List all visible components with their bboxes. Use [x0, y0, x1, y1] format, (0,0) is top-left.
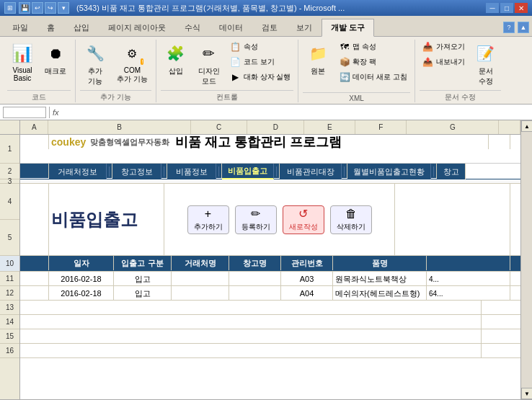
col-header-g[interactable]: G	[407, 120, 499, 134]
help-icon[interactable]: ?	[503, 22, 515, 33]
cell-vendor-12[interactable]	[172, 286, 229, 301]
col-header-d[interactable]: D	[247, 120, 304, 134]
table-row-12[interactable]: 2016-02-18 입고 A04 메쉬의자(헤드레스트형) 64...	[20, 286, 520, 301]
view-code-button[interactable]: 📄 코드 보기	[227, 55, 294, 69]
cell-date-12[interactable]: 2016-02-18	[49, 286, 114, 301]
cell-empty4	[395, 184, 510, 256]
addins-group-label: 추가 기능	[80, 90, 151, 102]
scroll-bar-right[interactable]: ▲ ▼	[520, 120, 532, 399]
nav-div5: |	[342, 164, 347, 178]
tab-formulas[interactable]: 수식	[175, 19, 210, 36]
properties-icon: 📋	[230, 41, 241, 53]
export-icon: 📤	[422, 56, 434, 68]
visual-basic-button[interactable]: 📊 VisualBasic	[7, 40, 37, 84]
scroll-down-button[interactable]: ▼	[521, 388, 532, 399]
nav-monthly[interactable]: 월별비품입출고현황	[347, 164, 431, 179]
fx-label: fx	[53, 108, 59, 117]
map-properties-button[interactable]: 🗺 맵 속성	[336, 40, 410, 54]
table-row-14	[20, 315, 520, 329]
cell-13	[20, 301, 482, 315]
redo-icon[interactable]: ↪	[45, 2, 56, 14]
register-button[interactable]: ✏ 등록하기	[235, 205, 277, 234]
cell-more-11[interactable]: 4...	[427, 272, 510, 286]
xml-group-items: 📁 원본 🗺 맵 속성 📦 확장 팩 🔄 데이터 새로 고침	[303, 40, 410, 91]
doc-modify-button[interactable]: 📝 문서수정	[471, 40, 501, 89]
window-title: (5343) 비품 재고 통합관리 프로그램(거래처별, 품목별, 창고별) -…	[76, 3, 345, 14]
header-more	[427, 256, 510, 270]
cell-ref-11[interactable]: A03	[281, 272, 333, 286]
register-label: 등록하기	[241, 222, 270, 232]
scroll-up-button[interactable]: ▲	[521, 120, 532, 132]
nav-warehouse[interactable]: 창고정보	[112, 164, 161, 179]
tab-home[interactable]: 홈	[37, 19, 64, 36]
cell-name-12[interactable]: 메쉬의자(헤드레스트형)	[333, 286, 427, 301]
nav-vendor[interactable]: 거래처정보	[49, 164, 107, 179]
refresh-data-button[interactable]: 🔄 데이터 새로 고침	[336, 70, 410, 84]
expand-pane-button[interactable]: 📦 확장 팩	[336, 55, 410, 69]
header-type: 입출고 구분	[114, 256, 172, 270]
dialog-run-button[interactable]: ▶ 대화 상자 실행	[227, 70, 294, 84]
formula-input[interactable]	[62, 108, 529, 117]
properties-label: 속성	[244, 42, 258, 52]
tab-data[interactable]: 데이터	[210, 19, 252, 36]
tab-review[interactable]: 검토	[252, 19, 287, 36]
xml-source-button[interactable]: 📁 원본	[303, 40, 333, 79]
expand-pane-icon: 📦	[339, 56, 350, 68]
addins-button[interactable]: 🔧 추가기능	[80, 40, 110, 89]
cell-type-12[interactable]: 입고	[114, 286, 172, 301]
cell-warehouse-12[interactable]	[229, 286, 281, 301]
design-mode-button[interactable]: ✏ 디자인모드	[194, 40, 224, 89]
properties-button[interactable]: 📋 속성	[227, 40, 294, 54]
nav-warehouse2[interactable]: 창고	[437, 164, 466, 179]
new-button[interactable]: ↺ 새로작성	[283, 205, 324, 234]
table-row-15	[20, 329, 520, 344]
minimize-button[interactable]: ─	[486, 3, 499, 13]
save-quick-icon[interactable]: 💾	[19, 2, 30, 14]
nav-inout[interactable]: 비품입출고	[222, 164, 274, 179]
insert-control-button[interactable]: 🧩 삽입	[161, 40, 191, 79]
cell-type-11[interactable]: 입고	[114, 272, 172, 286]
cell-more-12[interactable]: 64...	[427, 286, 510, 301]
table-row-11[interactable]: 2016-02-18 입고 A03 원목좌식노트북책상 4...	[20, 272, 520, 286]
name-box[interactable]	[3, 107, 46, 118]
tab-file[interactable]: 파일	[3, 19, 37, 36]
com-addins-button[interactable]: ⚙ ! COM추가 기능	[113, 40, 151, 86]
nav-item[interactable]: 비품정보	[167, 164, 216, 179]
col-header-c[interactable]: C	[191, 120, 248, 134]
col-header-e[interactable]: E	[304, 120, 355, 134]
cell-15	[20, 329, 482, 344]
insert-control-label: 삽입	[169, 66, 183, 76]
spreadsheet-container: 1 2 3 4 5 10 11 12 13 14 15 16 A B C D E…	[0, 120, 532, 399]
xml-col: 🗺 맵 속성 📦 확장 팩 🔄 데이터 새로 고침	[336, 40, 410, 84]
row-header-15: 15	[0, 329, 19, 344]
row-header-10[interactable]: 10	[0, 256, 19, 272]
col-header-h[interactable]	[499, 120, 520, 134]
delete-button[interactable]: 🗑 삭제하기	[330, 205, 372, 234]
undo-icon[interactable]: ↩	[32, 2, 43, 14]
macro-button[interactable]: ⏺ 매크로	[40, 40, 71, 79]
ribbon-toggle-icon[interactable]: ▲	[518, 22, 529, 33]
add-button[interactable]: + 추가하기	[187, 205, 229, 234]
nav-ledger[interactable]: 비품관리대장	[280, 164, 342, 179]
tab-developer[interactable]: 개발 도구	[322, 19, 374, 37]
cell-name-11[interactable]: 원목좌식노트북책상	[333, 272, 427, 286]
cell-vendor-11[interactable]	[172, 272, 229, 286]
cell-ref-12[interactable]: A04	[281, 286, 333, 301]
more-icon[interactable]: ▾	[58, 2, 69, 14]
tab-view[interactable]: 보기	[287, 19, 322, 36]
cell-warehouse-11[interactable]	[229, 272, 281, 286]
tab-insert[interactable]: 삽입	[64, 19, 99, 36]
doc-modify-icon: 📝	[474, 42, 497, 65]
col-header-a[interactable]: A	[20, 120, 48, 134]
export-button[interactable]: 📤 내보내기	[420, 55, 468, 69]
col-header-f[interactable]: F	[355, 120, 407, 134]
expand-pane-label: 확장 팩	[353, 57, 376, 67]
maximize-button[interactable]: □	[500, 3, 513, 13]
xml-source-icon: 📁	[306, 42, 329, 65]
cell-date-11[interactable]: 2016-02-18	[49, 272, 114, 286]
tab-page-layout[interactable]: 페이지 레이아웃	[99, 19, 175, 36]
close-button[interactable]: ✕	[515, 3, 528, 13]
import-button[interactable]: 📥 가져오기	[420, 40, 468, 54]
col-header-b[interactable]: B	[48, 120, 190, 134]
row-header-12: 12	[0, 286, 19, 301]
